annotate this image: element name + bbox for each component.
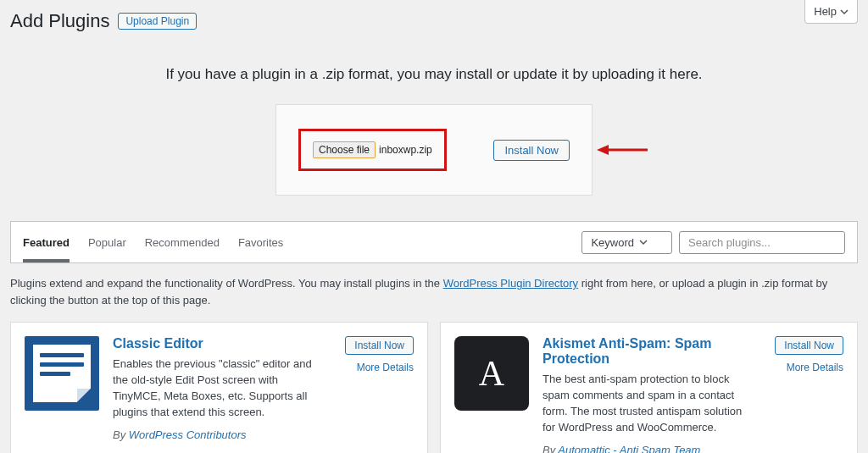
upload-caption: If you have a plugin in a .zip format, y… bbox=[0, 66, 868, 83]
install-now-button[interactable]: Install Now bbox=[775, 336, 843, 355]
filter-tabs: Featured Popular Recommended Favorites bbox=[23, 222, 283, 262]
classic-editor-icon bbox=[25, 336, 99, 411]
selected-file-name: inboxwp.zip bbox=[379, 144, 432, 156]
plugin-author-prefix: By bbox=[113, 428, 129, 441]
intro-prefix: Plugins extend and expand the functional… bbox=[10, 277, 443, 290]
install-now-button[interactable]: Install Now bbox=[345, 336, 414, 355]
tab-favorites[interactable]: Favorites bbox=[238, 222, 283, 262]
chevron-down-icon bbox=[840, 8, 849, 16]
plugin-title[interactable]: Akismet Anti-Spam: Spam Protection bbox=[542, 336, 752, 367]
page-title: Add Plugins bbox=[10, 10, 109, 32]
tab-popular[interactable]: Popular bbox=[88, 222, 126, 262]
plugin-directory-link[interactable]: WordPress Plugin Directory bbox=[443, 277, 578, 290]
arrow-annotation-icon bbox=[597, 141, 648, 158]
install-now-button[interactable]: Install Now bbox=[493, 140, 570, 161]
plugin-title[interactable]: Classic Editor bbox=[113, 336, 322, 351]
tab-featured[interactable]: Featured bbox=[23, 222, 70, 262]
chevron-down-icon bbox=[639, 238, 648, 246]
more-details-link[interactable]: More Details bbox=[357, 362, 414, 373]
search-type-label: Keyword bbox=[591, 236, 634, 249]
upload-panel: Choose file inboxwp.zip Install Now bbox=[275, 104, 593, 196]
search-type-select[interactable]: Keyword bbox=[581, 231, 672, 254]
svg-marker-1 bbox=[597, 145, 609, 155]
plugin-author-link[interactable]: Automattic - Anti Spam Team bbox=[558, 444, 700, 453]
upload-plugin-button[interactable]: Upload Plugin bbox=[118, 13, 197, 30]
help-tab[interactable]: Help bbox=[804, 0, 858, 24]
search-input[interactable] bbox=[679, 231, 845, 254]
plugin-description: The best anti-spam protection to block s… bbox=[542, 372, 752, 435]
choose-file-button[interactable]: Choose file bbox=[313, 141, 376, 158]
plugin-author-link[interactable]: WordPress Contributors bbox=[129, 428, 247, 441]
filter-bar: Featured Popular Recommended Favorites K… bbox=[10, 221, 858, 263]
plugin-card-classic-editor: Classic Editor Enables the previous "cla… bbox=[10, 322, 428, 453]
plugin-card-akismet: A Akismet Anti-Spam: Spam Protection The… bbox=[440, 322, 858, 453]
help-tab-label: Help bbox=[814, 5, 837, 18]
plugin-description: Enables the previous "classic" editor an… bbox=[113, 356, 322, 420]
akismet-icon: A bbox=[454, 336, 529, 411]
file-highlight-box: Choose file inboxwp.zip bbox=[298, 129, 447, 171]
more-details-link[interactable]: More Details bbox=[787, 362, 843, 373]
plugin-author-prefix: By bbox=[542, 444, 558, 453]
intro-paragraph: Plugins extend and expand the functional… bbox=[10, 275, 858, 308]
tab-recommended[interactable]: Recommended bbox=[145, 222, 220, 262]
